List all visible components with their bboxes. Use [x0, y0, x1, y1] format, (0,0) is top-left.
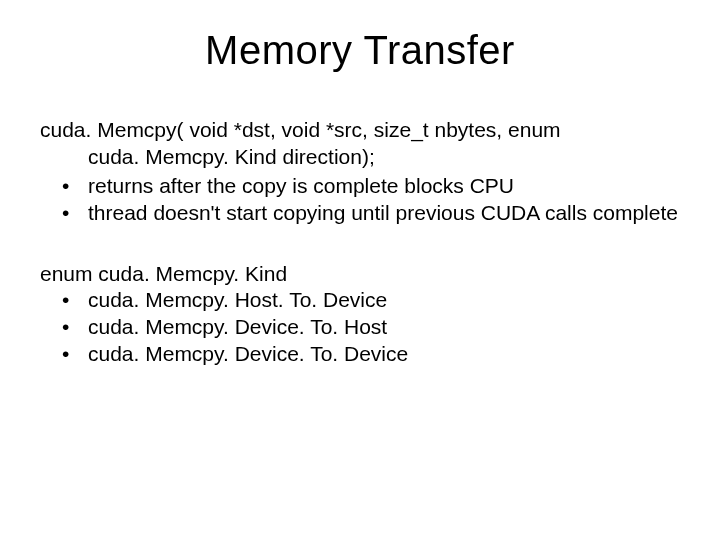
- signature-line-2: cuda. Memcpy. Kind direction);: [88, 144, 680, 171]
- bullet-list-2: cuda. Memcpy. Host. To. Device cuda. Mem…: [40, 287, 680, 368]
- enum-heading: enum cuda. Memcpy. Kind: [40, 261, 680, 288]
- signature-line-1: cuda. Memcpy( void *dst, void *src, size…: [40, 117, 680, 144]
- signature-block: cuda. Memcpy( void *dst, void *src, size…: [40, 117, 680, 171]
- list-item: returns after the copy is complete block…: [40, 173, 680, 200]
- slide-body: cuda. Memcpy( void *dst, void *src, size…: [40, 117, 680, 368]
- slide-title: Memory Transfer: [40, 28, 680, 73]
- enum-block: enum cuda. Memcpy. Kind cuda. Memcpy. Ho…: [40, 261, 680, 369]
- list-item: thread doesn't start copying until previ…: [40, 200, 680, 227]
- list-item: cuda. Memcpy. Host. To. Device: [40, 287, 680, 314]
- list-item: cuda. Memcpy. Device. To. Device: [40, 341, 680, 368]
- bullet-list-1: returns after the copy is complete block…: [40, 173, 680, 227]
- list-item: cuda. Memcpy. Device. To. Host: [40, 314, 680, 341]
